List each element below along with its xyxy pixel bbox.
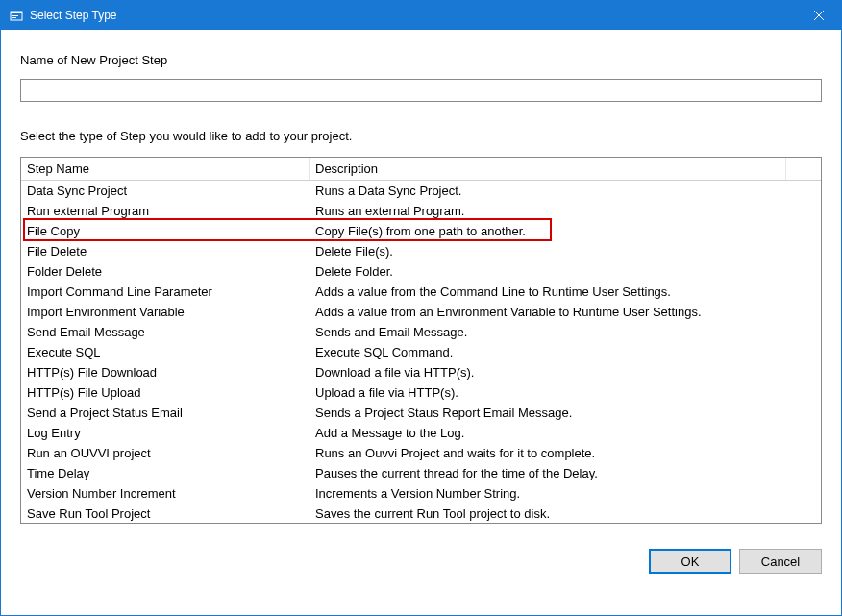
cell-description: Execute SQL Command. <box>310 345 821 359</box>
cell-step-name: HTTP(s) File Download <box>21 365 310 380</box>
cell-step-name: HTTP(s) File Upload <box>21 385 310 400</box>
cell-step-name: Send Email Message <box>21 325 310 339</box>
list-row[interactable]: HTTP(s) File UploadUpload a file via HTT… <box>21 382 821 403</box>
list-row[interactable]: Execute SQLExecute SQL Command. <box>21 342 821 362</box>
list-row[interactable]: Version Number IncrementIncrements a Ver… <box>21 483 821 504</box>
cell-description: Sends a Project Staus Report Email Messa… <box>310 406 821 420</box>
titlebar[interactable]: Select Step Type <box>1 1 841 30</box>
cell-description: Runs an external Program. <box>310 204 821 218</box>
close-icon <box>814 11 824 20</box>
cell-step-name: Time Delay <box>21 466 310 480</box>
svg-rect-1 <box>11 12 22 13</box>
cell-step-name: File Delete <box>21 244 310 259</box>
list-row[interactable]: HTTP(s) File DownloadDownload a file via… <box>21 362 821 382</box>
list-header: Step Name Description <box>21 158 821 181</box>
list-row[interactable]: Send Email MessageSends and Email Messag… <box>21 322 821 342</box>
cell-step-name: Import Environment Variable <box>21 305 310 319</box>
list-row[interactable]: Time DelayPauses the current thread for … <box>21 463 821 483</box>
instruction-text: Select the type of Step you would like t… <box>20 129 822 143</box>
list-row[interactable]: Send a Project Status EmailSends a Proje… <box>21 403 821 423</box>
cell-step-name: Send a Project Status Email <box>21 406 310 420</box>
list-row[interactable]: Save Run Tool ProjectSaves the current R… <box>21 504 821 524</box>
cell-step-name: File Copy <box>21 224 310 238</box>
header-description[interactable]: Description <box>310 158 786 180</box>
cell-step-name: Import Command Line Parameter <box>21 284 310 299</box>
app-icon <box>9 8 24 23</box>
cell-description: Saves the current Run Tool project to di… <box>310 506 821 521</box>
list-row[interactable]: Import Environment VariableAdds a value … <box>21 302 821 322</box>
cell-description: Runs a Data Sync Project. <box>310 184 821 198</box>
close-button[interactable] <box>797 1 841 30</box>
cell-step-name: Data Sync Project <box>21 184 310 198</box>
svg-rect-2 <box>12 15 18 16</box>
name-label: Name of New Project Step <box>20 53 822 67</box>
cell-step-name: Version Number Increment <box>21 486 310 501</box>
cell-description: Copy File(s) from one path to another. <box>310 224 821 238</box>
step-type-list: Step Name Description Data Sync ProjectR… <box>20 157 822 524</box>
svg-rect-3 <box>12 17 16 18</box>
step-name-input[interactable] <box>20 79 822 102</box>
list-row[interactable]: File CopyCopy File(s) from one path to a… <box>21 221 821 241</box>
cell-description: Runs an Ouvvi Project and waits for it t… <box>310 446 821 460</box>
cell-step-name: Save Run Tool Project <box>21 506 310 521</box>
button-row: OK Cancel <box>1 535 841 574</box>
cell-description: Pauses the current thread for the time o… <box>310 466 821 480</box>
cell-description: Adds a value from an Environment Variabl… <box>310 305 821 319</box>
list-row[interactable]: Run external ProgramRuns an external Pro… <box>21 201 821 221</box>
ok-button[interactable]: OK <box>649 549 731 574</box>
list-row[interactable]: Folder DeleteDelete Folder. <box>21 261 821 282</box>
cell-description: Delete Folder. <box>310 264 821 279</box>
header-step-name[interactable]: Step Name <box>21 158 310 180</box>
cell-description: Sends and Email Message. <box>310 325 821 339</box>
list-row[interactable]: Log EntryAdd a Message to the Log. <box>21 423 821 443</box>
cell-description: Upload a file via HTTP(s). <box>310 385 821 400</box>
cell-step-name: Log Entry <box>21 426 310 440</box>
cell-step-name: Run external Program <box>21 204 310 218</box>
cancel-button[interactable]: Cancel <box>739 549 822 574</box>
list-row[interactable]: Import Command Line ParameterAdds a valu… <box>21 282 821 302</box>
window-title: Select Step Type <box>30 9 797 22</box>
list-row[interactable]: Data Sync ProjectRuns a Data Sync Projec… <box>21 181 821 201</box>
cell-step-name: Execute SQL <box>21 345 310 359</box>
cell-step-name: Run an OUVVI project <box>21 446 310 460</box>
cell-step-name: Folder Delete <box>21 264 310 279</box>
list-body: Data Sync ProjectRuns a Data Sync Projec… <box>21 181 821 524</box>
cell-description: Add a Message to the Log. <box>310 426 821 440</box>
list-row[interactable]: Run an OUVVI projectRuns an Ouvvi Projec… <box>21 443 821 463</box>
cell-description: Adds a value from the Command Line to Ru… <box>310 284 821 299</box>
cell-description: Delete File(s). <box>310 244 821 259</box>
cell-description: Download a file via HTTP(s). <box>310 365 821 380</box>
cell-description: Increments a Version Number String. <box>310 486 821 501</box>
dialog-content: Name of New Project Step Select the type… <box>1 30 841 535</box>
list-row[interactable]: File DeleteDelete File(s). <box>21 241 821 261</box>
